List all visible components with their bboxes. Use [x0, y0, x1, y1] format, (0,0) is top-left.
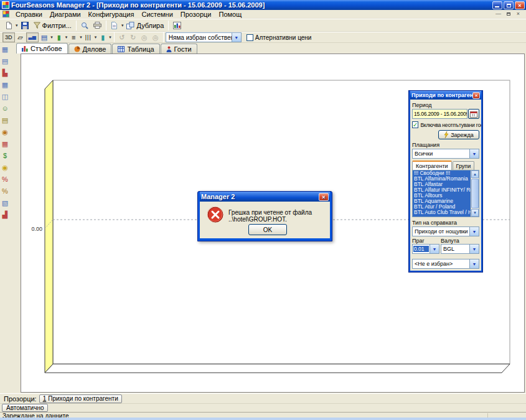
y-axis-tick-label: 0.00 — [31, 226, 42, 232]
chart-left-wall — [45, 80, 53, 373]
rotate-ccw-button[interactable]: ↺ — [116, 32, 128, 42]
save-button[interactable] — [19, 20, 31, 31]
report-type-select-value: Приходи от нощувки — [413, 228, 469, 235]
lightning-icon — [444, 131, 449, 138]
menu-reports[interactable]: Справки — [12, 10, 46, 19]
currency-icon[interactable]: $ — [1, 151, 9, 160]
dialog-title-bar[interactable]: Manager 2 × — [200, 192, 330, 202]
bars-tab-icon — [22, 45, 28, 52]
saved-report-select-value: <Не е избран> — [413, 261, 469, 267]
period-input[interactable]: 15.06.2009 - 15.06.2009 — [412, 109, 467, 119]
report-document-icon[interactable]: ▤ — [1, 57, 9, 65]
owner-select[interactable]: Няма избран собственици ▼ — [166, 32, 242, 42]
include-guests-checkbox[interactable]: ✓ — [412, 121, 418, 128]
duplicate-button[interactable]: Дублира — [124, 20, 166, 31]
zoom-in-3d-button[interactable]: ◎ — [139, 32, 150, 42]
cylinder-dropdown[interactable]: ▾ — [108, 35, 112, 40]
zoom-out-3d-button[interactable]: ◎ — [150, 32, 161, 42]
calendar-button[interactable] — [468, 109, 479, 119]
dialog-close-button[interactable]: × — [319, 193, 329, 201]
filter-button[interactable]: Филтри... — [31, 20, 74, 31]
tab-table[interactable]: Таблица — [112, 44, 159, 54]
mdi-minimize-button[interactable]: — — [494, 11, 502, 17]
deposits-icon[interactable]: ◉ — [1, 163, 9, 172]
owner-select-arrow-icon[interactable]: ▼ — [232, 33, 241, 42]
payments-icon[interactable]: ◉ — [1, 128, 9, 136]
rates-percent-icon[interactable]: % — [1, 187, 9, 195]
ok-button[interactable]: OK — [248, 224, 287, 235]
tab-bars[interactable]: Стълбове — [16, 43, 68, 54]
print-preview-button[interactable] — [78, 20, 91, 31]
rotate-cw-button[interactable]: ↻ — [128, 32, 139, 42]
new-report-button[interactable] — [2, 20, 15, 31]
restore-button[interactable] — [504, 1, 514, 9]
currency-select[interactable]: BGL ▼ — [441, 244, 479, 254]
minimize-button[interactable] — [492, 1, 502, 9]
invoice-printer-icon[interactable]: ▤ — [1, 116, 9, 124]
panel-close-button[interactable]: × — [472, 92, 480, 99]
load-button[interactable]: Зарежда — [438, 130, 479, 139]
saved-report-select[interactable]: <Не е избран> ▼ — [412, 259, 479, 269]
labels-button[interactable]: ▮ — [54, 32, 65, 42]
tab-guests[interactable]: Гости — [161, 44, 197, 54]
automatic-button[interactable]: Автоматично — [2, 404, 48, 412]
menu-diagrams[interactable]: Диаграми — [46, 10, 85, 19]
planner-icon[interactable]: ▦ — [1, 45, 9, 54]
close-button[interactable]: × — [515, 1, 525, 9]
report-type-select-arrow-icon[interactable]: ▼ — [469, 227, 479, 236]
menu-windows[interactable]: Прозорци — [177, 10, 215, 19]
h-gridlines-button[interactable]: ≡ — [68, 32, 79, 42]
list-item-partial[interactable] — [413, 215, 471, 217]
export-button[interactable] — [108, 20, 121, 31]
saved-report-select-arrow-icon[interactable]: ▼ — [469, 259, 479, 268]
payments-select[interactable]: Всички ▼ — [412, 149, 479, 159]
save-icon — [21, 22, 29, 29]
v-gridlines-button[interactable]: ||| — [83, 32, 94, 42]
scroll-down-icon[interactable]: ▼ — [471, 209, 479, 217]
rotate-cw-icon: ↻ — [130, 34, 136, 41]
scroll-up-icon[interactable]: ▲ — [471, 170, 479, 178]
cancel-percent-icon[interactable]: % — [1, 175, 9, 184]
export-chart-icon[interactable]: ▧ — [1, 198, 9, 207]
scroll-thumb[interactable] — [471, 179, 479, 208]
tab-groups[interactable]: Групи — [453, 161, 475, 170]
currency-label: Валута — [441, 238, 459, 244]
guests-icon[interactable]: ☺ — [1, 104, 9, 113]
copy-report-icon[interactable]: ◫ — [1, 92, 9, 101]
select-tool-button[interactable]: ▱ — [15, 32, 26, 42]
occupancy-grid-icon[interactable]: ▦ — [1, 139, 9, 148]
tab-pie[interactable]: Дялове — [68, 44, 112, 54]
payments-select-arrow-icon[interactable]: ▼ — [469, 149, 479, 158]
menu-configuration[interactable]: Конфигурация — [85, 10, 138, 19]
open-window-button[interactable]: 1 Приходи по контрагенти — [39, 394, 122, 403]
mdi-close-button[interactable]: × — [514, 11, 522, 17]
list-item[interactable]: BTL Auto Club Travel / Hunga — [413, 210, 471, 215]
legend-button[interactable]: ▤ — [39, 32, 50, 42]
print-preview-icon — [81, 22, 88, 29]
bar-style-button[interactable]: ▃▅ — [26, 32, 39, 42]
threshold-combo[interactable]: 0.01 ▼ — [412, 244, 439, 254]
v-grid-icon: ||| — [85, 35, 92, 40]
menu-bar: Справки Диаграми Конфигурация Системни П… — [0, 10, 526, 19]
threshold-combo-arrow-icon[interactable]: ▼ — [430, 245, 439, 253]
chart-window-button[interactable] — [171, 20, 184, 31]
3d-toggle-button[interactable]: 3D — [2, 32, 15, 42]
currency-select-arrow-icon[interactable]: ▼ — [469, 245, 479, 253]
list-scrollbar[interactable]: ▲ ▼ — [471, 170, 479, 217]
alt-prices-checkbox[interactable] — [247, 34, 253, 41]
print-button[interactable] — [91, 20, 104, 31]
rotate-ccw-icon: ↺ — [119, 34, 124, 41]
menu-system[interactable]: Системни — [138, 10, 176, 19]
calendar-icon[interactable]: ▦ — [1, 80, 9, 89]
tab-contractors[interactable]: Контрагенти — [412, 161, 452, 170]
app-icon — [2, 1, 9, 9]
panel-title-bar[interactable]: Приходи по контрагенти × — [410, 91, 481, 100]
bar-chart-icon[interactable]: ▙ — [1, 68, 9, 77]
cylinder-style-button[interactable]: ▮ — [97, 32, 108, 42]
report-type-select[interactable]: Приходи от нощувки ▼ — [412, 226, 479, 236]
mdi-restore-button[interactable] — [504, 11, 512, 17]
filter-icon — [34, 22, 40, 29]
guests-tab-icon — [166, 46, 172, 52]
menu-help[interactable]: Помощ — [215, 10, 245, 19]
guest-stats-icon[interactable]: ▟ — [1, 210, 9, 219]
